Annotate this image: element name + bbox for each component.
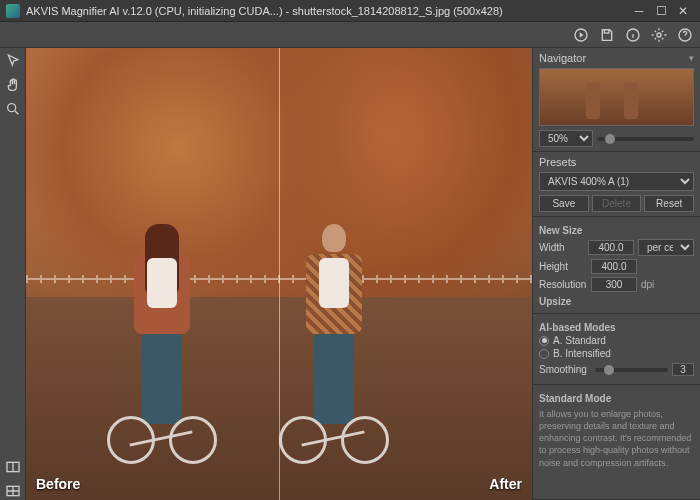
minimize-button[interactable]: ─ (628, 2, 650, 20)
close-button[interactable]: ✕ (672, 2, 694, 20)
run-icon[interactable] (572, 26, 590, 44)
ai-modes-header: AI-based Modes (539, 322, 694, 333)
resolution-label: Resolution (539, 279, 587, 290)
right-panel: Navigator ▾ 50% Presets AKVIS 400% A (1)… (532, 48, 700, 500)
collapse-icon[interactable]: ▾ (689, 53, 694, 63)
smoothing-value: 3 (672, 363, 694, 376)
info-icon[interactable] (624, 26, 642, 44)
mode-intensified-radio[interactable]: B. Intensified (539, 348, 694, 359)
before-after-divider[interactable] (279, 48, 280, 500)
maximize-button[interactable]: ☐ (650, 2, 672, 20)
top-toolbar (0, 22, 700, 48)
presets-header: Presets (539, 156, 576, 168)
help-icon[interactable] (676, 26, 694, 44)
height-label: Height (539, 261, 587, 272)
resolution-unit: dpi (641, 279, 654, 290)
svg-point-3 (657, 33, 661, 37)
save-preset-button[interactable]: Save (539, 195, 589, 212)
navigator-thumbnail[interactable] (539, 68, 694, 126)
zoom-tool-icon[interactable] (4, 100, 22, 118)
reset-preset-button[interactable]: Reset (644, 195, 694, 212)
unit-select[interactable]: per cent (638, 239, 694, 256)
hand-tool-icon[interactable] (4, 76, 22, 94)
svg-rect-1 (604, 29, 609, 32)
height-input[interactable] (591, 259, 637, 274)
width-input[interactable] (588, 240, 634, 255)
zoom-slider[interactable] (597, 137, 694, 141)
zoom-select[interactable]: 50% (539, 130, 593, 147)
app-icon (6, 4, 20, 18)
svg-point-5 (7, 104, 15, 112)
settings-icon[interactable] (650, 26, 668, 44)
upsize-label: Upsize (539, 296, 694, 307)
smoothing-slider[interactable] (595, 368, 668, 372)
after-label: After (489, 476, 522, 492)
standard-mode-header: Standard Mode (539, 393, 694, 404)
left-toolbar (0, 48, 26, 500)
compare-grid-icon[interactable] (4, 482, 22, 500)
standard-mode-description: It allows you to enlarge photos, preserv… (539, 406, 694, 471)
smoothing-label: Smoothing (539, 364, 591, 375)
new-size-header: New Size (539, 225, 694, 236)
width-label: Width (539, 242, 584, 253)
before-label: Before (36, 476, 80, 492)
save-icon[interactable] (598, 26, 616, 44)
mode-standard-radio[interactable]: A. Standard (539, 335, 694, 346)
delete-preset-button[interactable]: Delete (592, 195, 642, 212)
pointer-tool-icon[interactable] (4, 52, 22, 70)
navigator-header: Navigator (539, 52, 586, 64)
compare-split-icon[interactable] (4, 458, 22, 476)
canvas[interactable]: Before After (26, 48, 532, 500)
preset-select[interactable]: AKVIS 400% A (1) (539, 172, 694, 191)
resolution-input[interactable] (591, 277, 637, 292)
window-title: AKVIS Magnifier AI v.12.0 (CPU, initiali… (26, 5, 628, 17)
title-bar: AKVIS Magnifier AI v.12.0 (CPU, initiali… (0, 0, 700, 22)
